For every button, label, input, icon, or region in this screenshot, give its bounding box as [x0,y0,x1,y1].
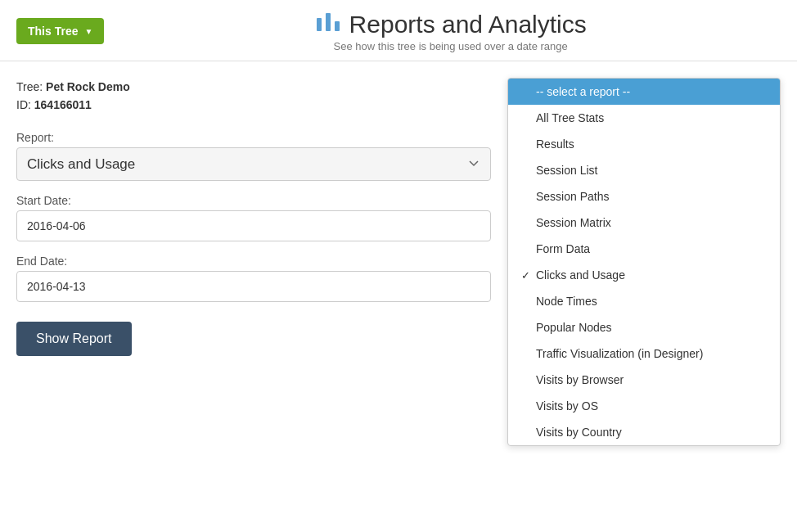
main-content: Tree: Pet Rock Demo ID: 164166011 Report… [0,61,797,462]
dropdown-item-visits-os[interactable]: Visits by OS [508,393,780,419]
dropdown-placeholder-item[interactable]: -- select a report -- [508,79,780,105]
start-date-form-group: Start Date: [16,194,491,241]
dropdown-item-visits-browser[interactable]: Visits by Browser [508,367,780,393]
tree-info: Tree: Pet Rock Demo ID: 164166011 [16,78,491,115]
svg-rect-1 [326,13,331,31]
header-title-area: Reports and Analytics See how this tree … [120,10,781,52]
right-panel: -- select a report -- All Tree Stats Res… [507,78,781,446]
dropdown-item-form-data[interactable]: Form Data [508,236,780,262]
tree-id-line: ID: 164166011 [16,96,491,114]
dropdown-item-session-list[interactable]: Session List [508,157,780,183]
this-tree-label: This Tree [28,25,78,38]
dropdown-item-node-times[interactable]: Node Times [508,288,780,314]
svg-rect-0 [317,18,322,31]
chevron-down-icon: ▼ [84,27,92,36]
dropdown-item-visits-country[interactable]: Visits by Country [508,419,780,445]
header-subtitle: See how this tree is being used over a d… [120,40,781,52]
page-title: Reports and Analytics [120,10,781,38]
title-text: Reports and Analytics [349,11,587,38]
dropdown-item-traffic-viz[interactable]: Traffic Visualization (in Designer) [508,340,780,367]
report-select[interactable]: -- select a report -- All Tree Stats Res… [16,147,491,181]
end-date-label: End Date: [16,255,491,268]
svg-rect-2 [335,21,340,31]
report-dropdown-menu: -- select a report -- All Tree Stats Res… [507,78,781,446]
tree-label: Tree: [16,80,43,93]
dropdown-item-results[interactable]: Results [508,131,780,157]
report-form-group: Report: -- select a report -- All Tree S… [16,131,491,181]
dropdown-item-session-paths[interactable]: Session Paths [508,183,780,210]
dropdown-item-all-tree-stats[interactable]: All Tree Stats [508,105,780,131]
tree-id: 164166011 [34,98,92,111]
dropdown-placeholder-label: -- select a report -- [536,85,630,98]
this-tree-button[interactable]: This Tree ▼ [16,18,104,44]
page-header: This Tree ▼ Reports and Analytics See ho… [0,0,797,61]
show-report-button[interactable]: Show Report [16,322,132,356]
dropdown-item-session-matrix[interactable]: Session Matrix [508,210,780,236]
dropdown-item-popular-nodes[interactable]: Popular Nodes [508,314,780,340]
end-date-input[interactable] [16,271,491,302]
placeholder-check [521,86,533,98]
tree-name: Pet Rock Demo [46,80,130,93]
start-date-input[interactable] [16,210,491,241]
tree-name-line: Tree: Pet Rock Demo [16,78,491,96]
end-date-form-group: End Date: [16,255,491,302]
id-label: ID: [16,98,31,111]
start-date-label: Start Date: [16,194,491,207]
left-panel: Tree: Pet Rock Demo ID: 164166011 Report… [16,78,491,446]
dropdown-item-clicks-usage[interactable]: ✓ Clicks and Usage [508,262,780,288]
bar-chart-icon [315,10,341,38]
report-label: Report: [16,131,491,144]
